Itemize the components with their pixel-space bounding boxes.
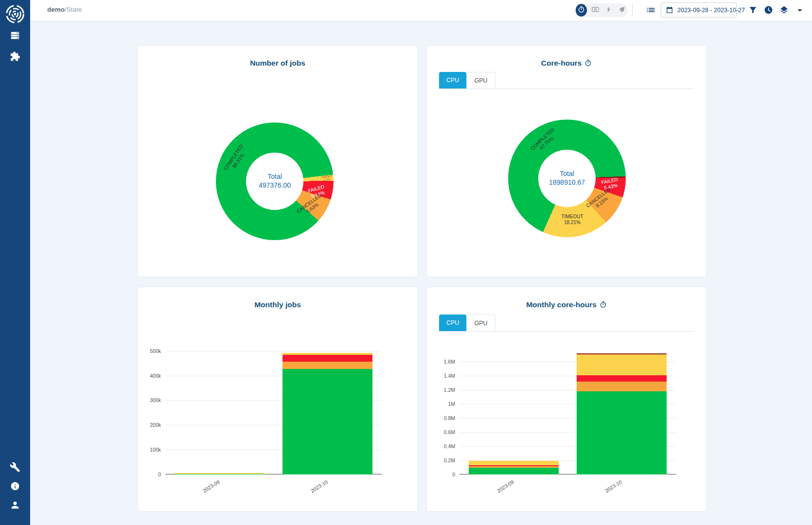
tab-gpu[interactable]: GPU [466,315,495,331]
cpu-gpu-tabs: CPU GPU [439,315,694,332]
sidebar-item-settings[interactable] [0,462,30,474]
topbar: demo/State [30,0,812,21]
card-core-hours: Core-hours CPU GPU COMPLETED 67.75% FAIL… [427,46,706,277]
funnel-icon [748,8,758,16]
bar-segment-2023-09-completed[interactable] [175,474,265,474]
tools-icon [10,462,20,474]
breadcrumb-project[interactable]: demo [47,6,65,13]
card-monthly-jobs: Monthly jobs 0100k200k300k400k500k2023-0… [138,287,417,511]
layers-icon [779,8,789,16]
metric-bolt-button[interactable] [603,6,614,15]
pie-label-completed: COMPLETED 86.51% [223,143,249,175]
core-hours-donut-chart[interactable]: COMPLETED 67.75% FAILED 5.43% CANCELLED … [508,120,626,237]
bar-segment-2023-10-cancelled[interactable] [577,382,667,391]
card-monthly-core-hours: Monthly core-hours CPU GPU 00.2M0.4M0.6M… [427,287,706,511]
metric-toggle-group [575,3,628,17]
bar-segment-2023-09-completed[interactable] [469,468,559,474]
servers-icon [10,30,20,43]
puzzle-icon [10,51,20,64]
sidebar-item-plugins[interactable] [0,51,30,64]
bar-segment-2023-09-failed[interactable] [469,465,559,466]
y-tick-label: 200k [150,422,161,428]
monthly-jobs-bar-chart[interactable]: 0100k200k300k400k500k2023-092023-10 [165,343,382,474]
x-tick-label: 2023-10 [604,479,623,494]
x-tick-label: 2023-09 [202,479,221,494]
sidebar-item-user[interactable] [0,500,30,512]
user-icon [10,500,20,512]
bar-segment-2023-10-timeout[interactable] [577,354,667,375]
breadcrumb-page: State [67,6,82,13]
sidebar-item-clusters[interactable] [0,30,30,43]
y-tick-label: 300k [150,397,161,403]
date-range-value: 2023-09-28 - 2023-10-27 [677,7,745,14]
bolt-icon [605,6,612,15]
y-tick-label: 1.6M [444,359,455,365]
dashboard: Number of jobs COMPLETED 86.51% TIMEOUT … [30,21,812,525]
pie-total: Total 1898910.67 [508,170,626,187]
bar-segment-2023-10-timeout[interactable] [282,353,372,355]
bar-segment-2023-09-cancelled[interactable] [469,466,559,468]
leaf-icon [618,6,626,15]
caret-down-icon[interactable] [797,9,802,12]
stopwatch-icon [600,301,607,308]
layers-button[interactable] [779,5,789,17]
stopwatch-icon [578,6,585,15]
bar-segment-2023-10-cancelled[interactable] [282,362,372,369]
card-title: Core-hours [427,59,706,68]
logo-icon [4,3,26,27]
monthly-core-hours-bar-chart[interactable]: 00.2M0.4M0.6M0.8M1M1.2M1.4M1.6M2023-0920… [459,343,676,474]
y-tick-label: 0 [452,472,455,477]
y-tick-label: 0.6M [444,429,455,435]
card-title: Monthly jobs [138,300,417,309]
history-button[interactable] [764,5,773,17]
date-range-picker[interactable]: 2023-09-28 - 2023-10-27 [661,2,737,18]
card-title: Number of jobs [138,59,417,68]
app-logo[interactable] [0,3,30,27]
y-tick-label: 1.2M [444,387,455,393]
metric-stopwatch-button[interactable] [576,4,587,17]
topbar-divider [632,4,633,17]
tab-gpu[interactable]: GPU [466,72,495,88]
y-tick-label: 400k [150,373,161,379]
y-tick-label: 0.2M [444,457,455,463]
card-title: Monthly core-hours [427,300,706,309]
report-list-button[interactable] [646,5,656,17]
metric-leaf-button[interactable] [617,6,627,15]
y-tick-label: 100k [150,447,161,453]
pie-total: Total 497376.00 [216,173,334,190]
banknote-icon [591,5,600,16]
calendar-icon [666,6,673,14]
bar-segment-2023-10-other[interactable] [577,353,667,354]
pie-label-completed: COMPLETED 67.75% [530,126,559,155]
clock-icon [764,8,773,16]
cpu-gpu-tabs: CPU GPU [439,72,694,89]
bar-segment-2023-10-completed[interactable] [282,369,372,474]
list-icon [646,8,656,17]
metric-banknote-button[interactable] [590,5,600,16]
card-number-of-jobs: Number of jobs COMPLETED 86.51% TIMEOUT … [138,46,417,277]
sidebar-item-about[interactable] [0,481,30,493]
tab-cpu[interactable]: CPU [439,72,466,88]
bar-segment-2023-09-timeout[interactable] [469,461,559,465]
y-tick-label: 1.4M [444,373,455,379]
sidebar [0,0,30,525]
pie-label-timeout: TIMEOUT 18.21% [562,214,583,225]
y-tick-label: 1M [448,401,455,407]
bar-segment-2023-10-failed[interactable] [282,355,372,362]
y-tick-label: 0 [158,472,161,477]
stopwatch-icon [584,59,592,67]
breadcrumb: demo/State [47,6,82,13]
y-tick-label: 500k [150,348,161,354]
bar-segment-2023-10-failed[interactable] [577,375,667,382]
jobs-donut-chart[interactable]: COMPLETED 86.51% TIMEOUT 1.71% FAILED 5.… [216,122,334,240]
tab-cpu[interactable]: CPU [439,315,466,331]
x-tick-label: 2023-10 [310,479,329,494]
x-tick-label: 2023-09 [496,479,515,494]
gridline [165,351,382,351]
filter-button[interactable] [748,5,758,17]
y-tick-label: 0.4M [444,443,455,449]
y-tick-label: 0.8M [444,415,455,421]
info-icon [10,481,20,493]
bar-segment-2023-09-timeout[interactable] [175,473,265,474]
bar-segment-2023-10-completed[interactable] [577,391,667,474]
